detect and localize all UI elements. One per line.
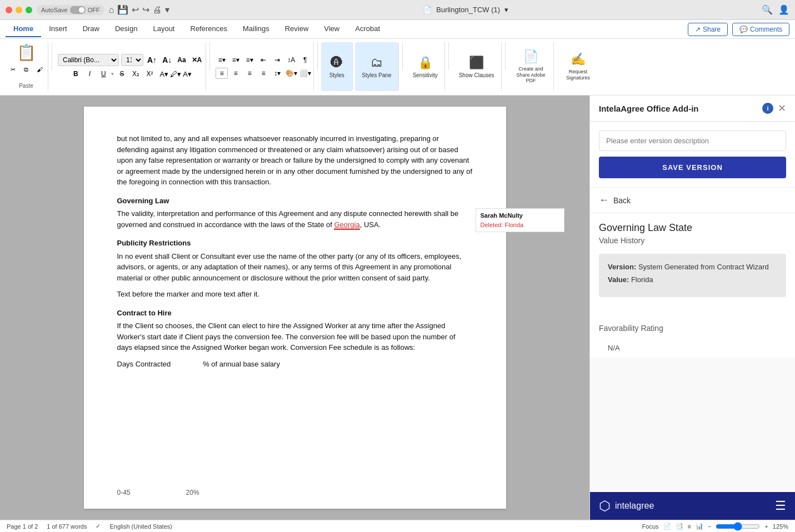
account-icon[interactable]: 👤	[778, 4, 789, 15]
autosave-badge: AutoSave OFF	[37, 5, 104, 15]
copy-icon[interactable]: ⧉	[20, 64, 32, 75]
comments-button[interactable]: 💬 Comments	[732, 23, 789, 36]
highlight-color-btn[interactable]: 🖊▾	[170, 70, 181, 78]
print-icon[interactable]: 🖨	[153, 5, 162, 15]
spelling-icon[interactable]: ✓	[96, 523, 101, 530]
styles-pane-button[interactable]: 🗂 Styles Pane	[357, 54, 396, 79]
font-size-select[interactable]: 11	[121, 54, 143, 66]
strikethrough-btn[interactable]: S	[116, 68, 128, 79]
doc-area[interactable]: but not limited to, any and all expenses…	[0, 96, 589, 520]
governing-title: Governing Law State	[599, 222, 786, 234]
doc-blank-space	[117, 375, 473, 441]
sep2	[209, 42, 210, 70]
panel-close-button[interactable]: ✕	[778, 102, 786, 114]
case-btn[interactable]: Aa	[176, 56, 187, 64]
maximize-button[interactable]	[26, 7, 32, 13]
view-icon-1[interactable]: 📄	[663, 523, 671, 530]
sort-btn[interactable]: ↕A	[285, 54, 297, 66]
subscript-btn[interactable]: X₂	[129, 68, 142, 79]
superscript-btn[interactable]: X²	[143, 68, 156, 79]
zoom-in-icon[interactable]: +	[764, 523, 768, 530]
tab-layout[interactable]: Layout	[145, 21, 182, 37]
home-icon[interactable]: ⌂	[109, 5, 114, 15]
tab-design[interactable]: Design	[107, 21, 145, 37]
align-center-btn[interactable]: ≡	[229, 68, 242, 79]
tab-acrobat[interactable]: Acrobat	[347, 21, 388, 37]
font-color-btn[interactable]: A▾	[159, 70, 168, 78]
undo-icon[interactable]: ↩	[132, 4, 139, 15]
value-history-card: Version: System Generated from Contract …	[599, 254, 786, 297]
underline-btn[interactable]: U	[97, 68, 109, 79]
autosave-toggle[interactable]	[70, 6, 86, 14]
italic-btn[interactable]: I	[83, 68, 96, 79]
percent-salary: % of annual base salary	[203, 360, 280, 368]
cut-icon[interactable]: ✂	[7, 64, 19, 75]
shading-btn[interactable]: 🎨▾	[285, 68, 297, 79]
sensitivity-button[interactable]: 🔒 Sensitivity	[408, 54, 442, 79]
paste-button[interactable]: 📋	[12, 42, 41, 63]
bold-btn[interactable]: B	[69, 68, 82, 79]
line-spacing-btn[interactable]: ↕▾	[271, 68, 283, 79]
search-icon[interactable]: 🔍	[762, 4, 773, 15]
increase-indent-btn[interactable]: ⇥	[271, 54, 283, 66]
zoom-out-icon[interactable]: −	[708, 523, 711, 530]
font-section: Calibri (Bo... 11 A↑ A↓ Aa ✕A B I U ▾ S …	[56, 42, 206, 91]
font-family-select[interactable]: Calibri (Bo...	[58, 54, 119, 66]
font-shrink-btn[interactable]: A↓	[161, 55, 173, 65]
value-val: Florida	[631, 275, 653, 284]
save-icon[interactable]: 💾	[117, 4, 128, 15]
more-icon[interactable]: ▾	[165, 4, 169, 15]
close-button[interactable]	[6, 7, 12, 13]
tab-draw[interactable]: Draw	[75, 21, 107, 37]
multilevel-btn[interactable]: ≡▾	[243, 54, 256, 66]
clear-format-btn[interactable]: ✕A	[190, 56, 204, 64]
version-val: System Generated from Contract Wizard	[638, 263, 769, 271]
show-formatting-btn[interactable]: ¶	[299, 54, 311, 66]
request-signatures-icon: ✍	[571, 52, 586, 67]
bullets-btn[interactable]: ≡▾	[216, 54, 228, 66]
format-painter-icon[interactable]: 🖌	[33, 64, 46, 75]
paragraph-section: ≡▾ ≡▾ ≡▾ ⇤ ⇥ ↕A ¶ ≡ ≡ ≡ ≡ ↕▾ 🎨▾ ⬜▾	[213, 42, 314, 91]
show-clauses-button[interactable]: ⬛ Show Clauses	[454, 54, 499, 79]
share-button[interactable]: ↗ Share	[688, 23, 728, 36]
tab-review[interactable]: Review	[277, 21, 317, 37]
title-bar: AutoSave OFF ⌂ 💾 ↩ ↪ 🖨 ▾ 📄 Burlington_TC…	[0, 0, 795, 20]
create-share-button[interactable]: 📄 Create and Share Adobe PDF	[511, 48, 551, 85]
align-right-btn[interactable]: ≡	[243, 68, 256, 79]
menu-icon[interactable]: ☰	[775, 499, 786, 513]
tab-insert[interactable]: Insert	[41, 21, 75, 37]
styles-pane-label: Styles Pane	[362, 72, 391, 78]
tab-view[interactable]: View	[316, 21, 347, 37]
zoom-level[interactable]: 125%	[773, 523, 788, 530]
version-section: SAVE VERSION	[590, 122, 795, 188]
autosave-label: AutoSave	[41, 7, 68, 13]
save-version-button[interactable]: SAVE VERSION	[599, 157, 786, 178]
styles-button[interactable]: 🅐 Styles	[323, 54, 350, 79]
panel-info-button[interactable]: i	[762, 103, 773, 114]
view-icon-4[interactable]: 📊	[696, 523, 703, 530]
version-input[interactable]	[599, 131, 786, 151]
minimize-button[interactable]	[16, 7, 22, 13]
view-icon-3[interactable]: ≡	[688, 523, 691, 530]
tab-references[interactable]: References	[183, 21, 235, 37]
sensitivity-label: Sensitivity	[413, 72, 438, 78]
request-signatures-button[interactable]: ✍ Request Signatures	[558, 51, 598, 82]
ribbon-actions: ↗ Share 💬 Comments	[688, 23, 789, 36]
justify-btn[interactable]: ≡	[257, 68, 269, 79]
view-icon-2[interactable]: 📑	[676, 523, 683, 530]
borders-btn[interactable]: ⬜▾	[299, 68, 311, 79]
dropdown-icon[interactable]: ▾	[504, 6, 508, 14]
zoom-slider[interactable]	[716, 522, 760, 531]
redo-icon[interactable]: ↪	[142, 4, 149, 15]
footer-left: Page 1 of 2 1 of 677 words ✓ English (Un…	[7, 523, 172, 530]
numbering-btn[interactable]: ≡▾	[229, 54, 242, 66]
text-color-btn[interactable]: A▾	[183, 70, 192, 78]
tab-home[interactable]: Home	[6, 21, 41, 37]
focus-label[interactable]: Focus	[642, 523, 659, 530]
align-left-btn[interactable]: ≡	[216, 68, 228, 79]
decrease-indent-btn[interactable]: ⇤	[257, 54, 269, 66]
clipboard-section: 📋 ✂ ⧉ 🖌 Paste	[4, 42, 48, 91]
back-section[interactable]: ← Back	[590, 188, 795, 213]
font-grow-btn[interactable]: A↑	[146, 55, 158, 65]
tab-mailings[interactable]: Mailings	[235, 21, 277, 37]
